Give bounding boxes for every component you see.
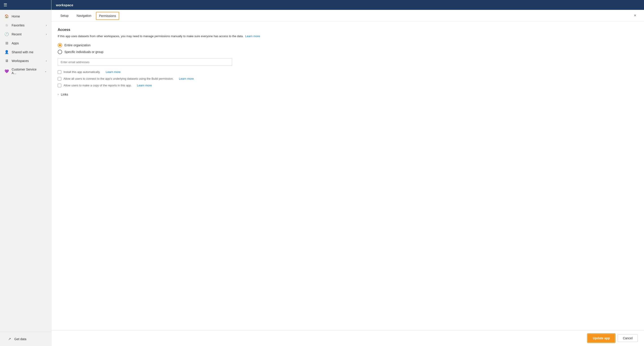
sidebar-item-customer-service[interactable]: 💜 Customer Service A... ⌄ (1, 65, 50, 77)
sidebar-item-apps[interactable]: ⊞ Apps (1, 39, 50, 48)
links-chevron-icon: › (58, 93, 58, 96)
radio-entire-org[interactable]: Entire organization (58, 43, 638, 48)
panel-footer: Update app Cancel (52, 330, 644, 346)
sidebar-item-shared[interactable]: 👤 Shared with me (1, 48, 50, 56)
update-app-button[interactable]: Update app (588, 334, 615, 342)
links-section[interactable]: › Links (58, 93, 638, 96)
sidebar-item-label-apps: Apps (12, 41, 47, 45)
panel-tabs: Setup Navigation Permissions × (52, 10, 644, 22)
checkbox-allow-copy-label: Allow users to make a copy of the report… (64, 84, 132, 87)
sidebar-item-label-get-data: Get data (14, 337, 44, 341)
sidebar-item-label-recent: Recent (12, 33, 43, 36)
access-description: If this app uses datasets from other wor… (58, 34, 638, 39)
sidebar-header: ☰ (0, 0, 51, 10)
get-data-icon: ↗ (7, 337, 12, 341)
checkbox-install-auto-label: Install this app automatically. (64, 70, 100, 74)
hamburger-menu-icon[interactable]: ☰ (4, 3, 7, 8)
workspaces-icon: 🖥 (4, 59, 9, 63)
radio-selected-indicator (58, 43, 62, 48)
sidebar-item-label-favorites: Favorites (12, 24, 43, 27)
install-auto-learn-more-link[interactable]: Learn more (106, 70, 120, 74)
email-input[interactable] (60, 61, 229, 64)
radio-unselected-indicator (58, 50, 62, 54)
sidebar-item-get-data[interactable]: ↗ Get data (4, 334, 48, 343)
allow-build-learn-more-link[interactable]: Learn more (179, 77, 194, 80)
checkbox-group: Install this app automatically. Learn mo… (58, 70, 638, 87)
home-icon: 🏠 (4, 14, 9, 18)
sidebar-item-label-shared: Shared with me (12, 50, 47, 54)
radio-specific-individuals[interactable]: Specific individuals or group (58, 50, 638, 54)
customer-service-icon: 💜 (4, 69, 9, 73)
favorites-icon: ☆ (4, 23, 9, 27)
email-input-container[interactable] (58, 58, 232, 66)
sidebar-item-label-customer-service: Customer Service A... (12, 68, 42, 75)
checkbox-allow-copy: Allow users to make a copy of the report… (58, 84, 638, 87)
access-title: Access (58, 28, 638, 32)
recent-icon: 🕐 (4, 32, 9, 36)
radio-specific-label: Specific individuals or group (64, 50, 103, 54)
permissions-panel: Setup Navigation Permissions × Access If… (52, 10, 644, 346)
checkbox-allow-build: Allow all users to connect to the app's … (58, 77, 638, 81)
chevron-right-icon: › (46, 24, 47, 27)
checkbox-install-auto: Install this app automatically. Learn mo… (58, 70, 638, 74)
allow-copy-learn-more-link[interactable]: Learn more (137, 84, 152, 87)
tab-setup[interactable]: Setup (57, 10, 72, 22)
checkbox-install-auto-input[interactable] (58, 70, 61, 74)
sidebar: ☰ 🏠 Home ☆ Favorites › 🕐 Recent › ⊞ Apps… (0, 0, 52, 346)
close-button[interactable]: × (632, 12, 639, 19)
sidebar-item-workspaces[interactable]: 🖥 Workspaces › (1, 57, 50, 65)
apps-icon: ⊞ (4, 41, 9, 45)
checkbox-allow-build-label: Allow all users to connect to the app's … (64, 77, 174, 80)
access-learn-more-link[interactable]: Learn more (245, 35, 260, 38)
chevron-down-icon: ⌄ (44, 70, 47, 73)
checkbox-allow-copy-input[interactable] (58, 84, 61, 87)
access-section: Access If this app uses datasets from ot… (58, 28, 638, 96)
chevron-right-icon: › (46, 59, 47, 63)
content-area: Setup Navigation Permissions × Access If… (52, 10, 644, 346)
checkbox-allow-build-input[interactable] (58, 77, 61, 81)
sidebar-item-label-workspaces: Workspaces (12, 59, 43, 63)
topbar: workspace (52, 0, 644, 10)
main-content: workspace Setup Navigation Permissions ×… (52, 0, 644, 346)
radio-inner-dot (59, 44, 61, 46)
links-label: Links (61, 93, 68, 96)
tab-navigation[interactable]: Navigation (73, 10, 95, 22)
workspace-title: workspace (56, 3, 73, 7)
sidebar-item-home[interactable]: 🏠 Home (1, 12, 50, 21)
sidebar-item-label-home: Home (12, 15, 47, 18)
sidebar-item-recent[interactable]: 🕐 Recent › (1, 30, 50, 39)
radio-entire-org-label: Entire organization (64, 44, 90, 47)
sidebar-footer: ↗ Get data (0, 332, 51, 346)
sidebar-nav: 🏠 Home ☆ Favorites › 🕐 Recent › ⊞ Apps 👤… (0, 10, 51, 332)
chevron-right-icon: › (46, 33, 47, 36)
panel-body: Access If this app uses datasets from ot… (52, 22, 644, 330)
cancel-button[interactable]: Cancel (618, 334, 638, 342)
radio-group: Entire organization Specific individuals… (58, 43, 638, 54)
sidebar-item-favorites[interactable]: ☆ Favorites › (1, 21, 50, 30)
shared-icon: 👤 (4, 50, 9, 54)
tab-permissions[interactable]: Permissions (96, 12, 119, 20)
